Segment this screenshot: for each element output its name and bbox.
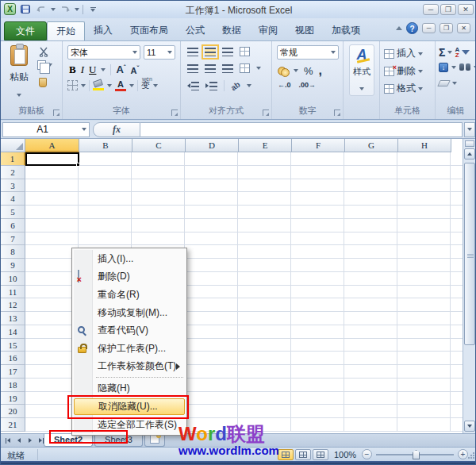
sort-filter-icon[interactable]: AZ — [455, 47, 459, 58]
decrease-indent-icon[interactable] — [187, 82, 199, 90]
zoom-level[interactable]: 100% — [334, 450, 356, 459]
column-header-F[interactable]: F — [292, 139, 345, 152]
orientation-icon[interactable]: ab — [229, 79, 242, 92]
align-bottom-icon[interactable] — [222, 48, 233, 56]
zoom-out-button[interactable]: − — [362, 449, 372, 459]
align-middle-icon[interactable] — [205, 48, 216, 56]
delete-cells-button[interactable]: ×删除 — [384, 64, 423, 78]
menu-item-保护工作表[interactable]: 保护工作表(P)... — [74, 340, 185, 358]
row-header-19[interactable]: 19 — [1, 392, 25, 405]
row-header-14[interactable]: 14 — [1, 325, 25, 339]
row-header-7[interactable]: 7 — [1, 232, 25, 246]
column-header-E[interactable]: E — [239, 139, 292, 152]
paste-button[interactable]: 粘贴 — [6, 45, 33, 100]
vertical-scroll-thumb[interactable] — [464, 163, 475, 345]
row-header-15[interactable]: 15 — [1, 339, 25, 352]
select-all-corner[interactable] — [1, 139, 25, 152]
clear-icon[interactable] — [437, 80, 451, 86]
tab-加载项[interactable]: 加载项 — [323, 21, 369, 40]
menu-item-重命名[interactable]: 重命名(R) — [74, 286, 185, 304]
tab-插入[interactable]: 插入 — [85, 21, 121, 40]
workbook-close-button[interactable]: ✕ — [457, 23, 470, 33]
orientation-dropdown-arrow[interactable] — [247, 84, 251, 87]
help-button[interactable]: ? — [406, 22, 418, 34]
row-header-10[interactable]: 10 — [1, 272, 25, 286]
row-header-4[interactable]: 4 — [1, 192, 25, 206]
cut-button[interactable] — [39, 46, 49, 60]
page-layout-view-button[interactable] — [295, 449, 311, 460]
tab-公式[interactable]: 公式 — [177, 21, 213, 40]
autosum-dropdown-arrow[interactable] — [447, 51, 452, 54]
clear-dropdown-arrow[interactable] — [452, 82, 457, 85]
align-center-icon[interactable] — [205, 64, 216, 73]
font-dialog-launcher[interactable] — [171, 110, 178, 116]
phonetic-guide-icon[interactable]: wén变 — [141, 79, 150, 91]
currency-dropdown-arrow[interactable] — [294, 69, 298, 72]
tab-file[interactable]: 文件 — [4, 21, 47, 40]
clipboard-dialog-launcher[interactable] — [53, 110, 60, 116]
scroll-up-button[interactable] — [464, 148, 475, 159]
menu-item-取消隐藏[interactable]: 取消隐藏(U)... — [74, 398, 185, 415]
workbook-minimize-button[interactable]: ─ — [422, 23, 436, 33]
row-header-20[interactable]: 20 — [1, 405, 25, 418]
row-header-2[interactable]: 2 — [1, 166, 25, 179]
underline-dropdown-arrow[interactable] — [101, 68, 106, 71]
zoom-slider-track[interactable] — [376, 454, 454, 455]
tab-视图[interactable]: 视图 — [286, 21, 323, 40]
tab-开始[interactable]: 开始 — [47, 21, 85, 40]
minimize-button[interactable]: ─ — [423, 4, 439, 15]
row-header-16[interactable]: 16 — [1, 352, 25, 365]
row-header-5[interactable]: 5 — [1, 206, 25, 219]
row-header-3[interactable]: 3 — [1, 179, 25, 193]
font-size-combo[interactable]: 11 — [144, 45, 175, 60]
bold-button[interactable]: B — [69, 63, 76, 76]
row-header-11[interactable]: 11 — [1, 286, 25, 299]
number-dialog-launcher[interactable] — [334, 110, 340, 116]
phonetic-dropdown-arrow[interactable] — [153, 84, 158, 87]
merge-center-dropdown-arrow[interactable] — [256, 67, 261, 70]
copy-button[interactable] — [37, 60, 52, 70]
decrease-decimal-icon[interactable]: .00→ — [299, 81, 317, 89]
merge-center-icon[interactable] — [240, 63, 250, 73]
menu-item-查看代码[interactable]: 查看代码(V) — [74, 321, 185, 340]
autosum-button[interactable]: Σ — [439, 46, 445, 59]
font-family-combo[interactable]: 宋体 — [67, 45, 140, 60]
row-header-8[interactable]: 8 — [1, 245, 25, 259]
borders-icon[interactable] — [67, 80, 78, 90]
vertical-split-handle[interactable] — [465, 140, 474, 147]
insert-function-button[interactable]: fx — [93, 122, 140, 137]
number-format-combo[interactable]: 常规 — [277, 45, 339, 60]
comma-style-button[interactable]: , — [319, 63, 322, 78]
font-color-icon[interactable]: A — [115, 80, 126, 91]
align-right-icon[interactable] — [222, 64, 233, 73]
insert-cells-button[interactable]: 插入 — [384, 47, 423, 60]
expand-formula-bar-button[interactable] — [464, 122, 475, 137]
styles-button[interactable]: A 样式 — [349, 44, 374, 96]
collapse-ribbon-icon[interactable] — [396, 26, 402, 30]
grow-font-button[interactable]: Aˆ — [116, 63, 125, 75]
vertical-scrollbar[interactable] — [463, 139, 476, 433]
font-color-dropdown-arrow[interactable] — [129, 84, 134, 87]
formula-input[interactable] — [140, 122, 463, 137]
prev-sheet-button[interactable] — [13, 435, 24, 446]
align-left-icon[interactable] — [187, 64, 198, 73]
row-header-12[interactable]: 12 — [1, 298, 25, 312]
menu-item-隐藏[interactable]: 隐藏(H) — [74, 379, 185, 398]
column-header-D[interactable]: D — [186, 139, 239, 152]
row-header-1[interactable]: 1 — [1, 152, 25, 166]
resize-grip[interactable] — [467, 452, 475, 459]
italic-button[interactable]: I — [81, 63, 84, 76]
align-top-icon[interactable] — [187, 48, 198, 56]
row-header-21[interactable]: 21 — [1, 418, 25, 432]
menu-item-选定全部工作表[interactable]: 选定全部工作表(S) — [74, 416, 185, 434]
name-box-dropdown-arrow[interactable] — [82, 128, 86, 131]
borders-dropdown-arrow[interactable] — [81, 84, 86, 87]
underline-button[interactable]: U — [89, 63, 96, 76]
row-header-17[interactable]: 17 — [1, 365, 25, 379]
increase-indent-icon[interactable] — [205, 82, 217, 90]
format-painter-button[interactable] — [39, 76, 47, 90]
sheet-tab-Sheet3[interactable]: Sheet3 — [94, 434, 143, 447]
row-header-13[interactable]: 13 — [1, 312, 25, 325]
restore-button[interactable]: ❐ — [440, 4, 456, 15]
workbook-restore-button[interactable]: ❐ — [440, 23, 453, 33]
